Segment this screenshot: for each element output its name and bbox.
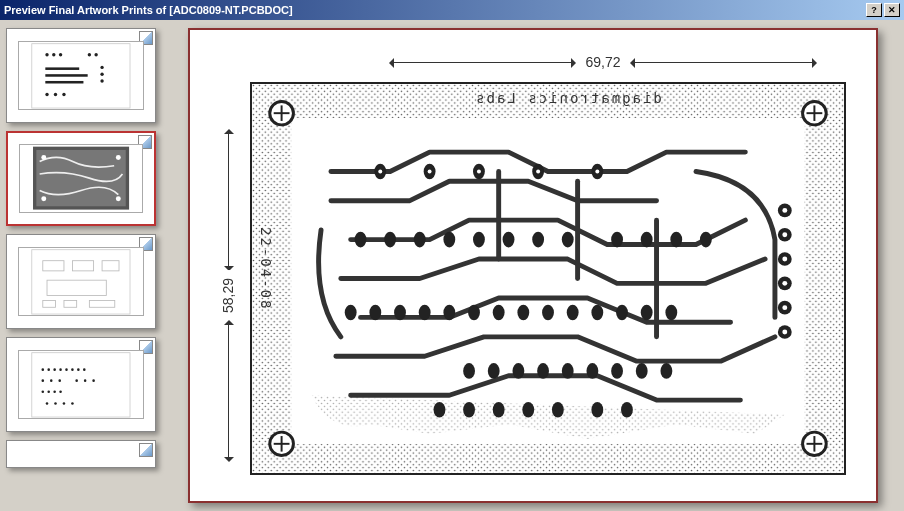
- svg-point-9: [45, 92, 48, 95]
- svg-point-97: [616, 305, 628, 321]
- dimension-width-value: 69,72: [575, 54, 630, 70]
- dimension-height: 58,29: [218, 130, 238, 461]
- window-controls: ? ✕: [866, 3, 900, 17]
- workspace: 69,72 58,29 diagmatronics Labs 22-04-08: [0, 20, 904, 511]
- svg-rect-29: [32, 352, 130, 416]
- svg-point-33: [59, 368, 62, 371]
- dimension-height-value: 58,29: [220, 270, 236, 321]
- svg-point-86: [345, 305, 357, 321]
- svg-point-46: [53, 390, 56, 393]
- thumbnail-preview: [19, 144, 143, 212]
- svg-point-113: [552, 402, 564, 418]
- svg-point-105: [586, 363, 598, 379]
- svg-point-112: [522, 402, 534, 418]
- svg-point-98: [641, 305, 653, 321]
- preview-sheet: 69,72 58,29 diagmatronics Labs 22-04-08: [188, 28, 878, 503]
- svg-point-11: [62, 92, 65, 95]
- svg-point-37: [83, 368, 86, 371]
- svg-point-31: [48, 368, 51, 371]
- svg-point-95: [567, 305, 579, 321]
- svg-point-132: [782, 330, 787, 335]
- thumbnail-page-2[interactable]: [6, 131, 156, 226]
- svg-point-79: [503, 232, 515, 248]
- thumbnail-page-3[interactable]: [6, 234, 156, 329]
- svg-point-109: [434, 402, 446, 418]
- svg-point-89: [419, 305, 431, 321]
- svg-point-100: [463, 363, 475, 379]
- svg-point-126: [595, 170, 599, 174]
- svg-point-14: [100, 79, 103, 82]
- svg-point-12: [100, 65, 103, 68]
- svg-point-38: [42, 379, 45, 382]
- svg-point-75: [384, 232, 396, 248]
- svg-point-19: [41, 197, 46, 202]
- svg-point-84: [670, 232, 682, 248]
- svg-point-81: [562, 232, 574, 248]
- svg-point-131: [782, 305, 787, 310]
- svg-point-44: [42, 390, 45, 393]
- svg-point-82: [611, 232, 623, 248]
- svg-rect-8: [45, 81, 83, 84]
- thumbnail-panel: [0, 20, 180, 511]
- pcb-artwork: diagmatronics Labs 22-04-08: [250, 82, 846, 475]
- svg-point-40: [59, 379, 62, 382]
- svg-rect-21: [32, 249, 130, 313]
- window-title: Preview Final Artwork Prints of [ADC0809…: [4, 4, 866, 16]
- svg-point-91: [468, 305, 480, 321]
- svg-point-104: [562, 363, 574, 379]
- svg-point-39: [50, 379, 53, 382]
- thumbnail-page-4[interactable]: [6, 337, 156, 432]
- svg-point-94: [542, 305, 554, 321]
- svg-point-74: [355, 232, 367, 248]
- svg-point-101: [488, 363, 500, 379]
- svg-point-51: [71, 402, 74, 405]
- svg-point-110: [463, 402, 475, 418]
- svg-rect-6: [45, 67, 79, 70]
- svg-point-83: [641, 232, 653, 248]
- svg-rect-7: [45, 74, 87, 77]
- svg-point-78: [473, 232, 485, 248]
- svg-point-129: [782, 257, 787, 262]
- svg-point-48: [46, 402, 49, 405]
- svg-point-2: [52, 53, 55, 56]
- svg-point-130: [782, 281, 787, 286]
- svg-point-76: [414, 232, 426, 248]
- svg-point-13: [100, 72, 103, 75]
- svg-point-90: [443, 305, 455, 321]
- svg-point-125: [536, 170, 540, 174]
- svg-point-5: [95, 53, 98, 56]
- svg-point-108: [660, 363, 672, 379]
- svg-point-10: [54, 92, 57, 95]
- svg-point-87: [369, 305, 381, 321]
- preview-viewer: 69,72 58,29 diagmatronics Labs 22-04-08: [180, 20, 904, 511]
- svg-point-96: [591, 305, 603, 321]
- svg-point-45: [48, 390, 51, 393]
- svg-point-93: [517, 305, 529, 321]
- svg-point-115: [621, 402, 633, 418]
- svg-point-43: [92, 379, 95, 382]
- svg-point-92: [493, 305, 505, 321]
- svg-point-107: [636, 363, 648, 379]
- svg-point-41: [75, 379, 78, 382]
- svg-point-47: [59, 390, 62, 393]
- svg-point-35: [71, 368, 74, 371]
- svg-point-77: [443, 232, 455, 248]
- svg-point-103: [537, 363, 549, 379]
- thumbnail-page-5[interactable]: [6, 440, 156, 468]
- board-label: diagmatronics Labs: [322, 90, 814, 106]
- svg-point-124: [477, 170, 481, 174]
- title-bar: Preview Final Artwork Prints of [ADC0809…: [0, 0, 904, 20]
- svg-point-17: [41, 155, 46, 160]
- board-date: 22-04-08: [258, 94, 274, 443]
- svg-point-80: [532, 232, 544, 248]
- svg-point-88: [394, 305, 406, 321]
- page-curl-icon: [139, 443, 153, 457]
- thumbnail-preview: [18, 41, 144, 111]
- svg-point-128: [782, 232, 787, 237]
- help-button[interactable]: ?: [866, 3, 882, 17]
- close-button[interactable]: ✕: [884, 3, 900, 17]
- thumbnail-preview: [18, 350, 144, 420]
- thumbnail-page-1[interactable]: [6, 28, 156, 123]
- svg-point-111: [493, 402, 505, 418]
- svg-point-1: [45, 53, 48, 56]
